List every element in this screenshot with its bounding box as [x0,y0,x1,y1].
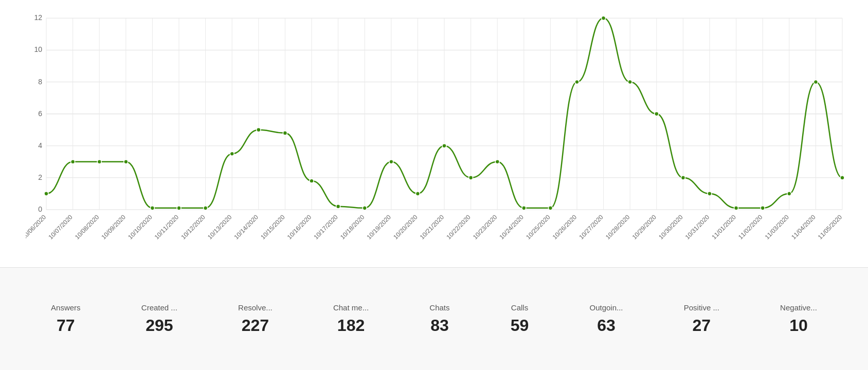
svg-point-82 [204,206,208,210]
svg-text:10/29/2020: 10/29/2020 [631,213,658,240]
svg-text:10/20/2020: 10/20/2020 [392,213,419,240]
legend-item-4: Chats83 [429,303,449,335]
svg-point-87 [336,205,340,209]
svg-point-101 [708,192,712,196]
svg-point-76 [44,192,48,196]
svg-text:0: 0 [38,205,42,213]
svg-point-96 [575,80,579,84]
svg-text:10: 10 [34,45,42,53]
svg-text:10/18/2020: 10/18/2020 [339,213,366,240]
svg-point-100 [681,176,685,180]
legend-item-7: Positive ...27 [684,303,719,335]
svg-text:10/28/2020: 10/28/2020 [604,213,631,240]
legend-item-8: Negative...10 [780,303,817,335]
svg-text:10/12/2020: 10/12/2020 [179,213,206,240]
svg-point-91 [442,144,446,148]
svg-point-105 [813,80,818,84]
svg-text:11/02/2020: 11/02/2020 [737,213,764,240]
legend-item-value: 59 [511,316,529,335]
svg-point-88 [363,206,367,210]
legend-item-label: Outgoin... [589,303,623,312]
legend-item-3: Chat me...182 [333,303,369,335]
svg-point-97 [602,16,606,20]
legend-item-label: Chats [429,303,449,312]
legend-item-label: Negative... [780,303,817,312]
svg-text:11/05/2020: 11/05/2020 [817,213,843,240]
legend-item-label: Created ... [141,303,177,312]
svg-point-89 [389,160,393,164]
svg-text:10/26/2020: 10/26/2020 [551,213,578,240]
legend-item-label: Chat me... [333,303,369,312]
legend-item-value: 27 [693,316,711,335]
legend-item-value: 295 [146,316,173,335]
svg-point-80 [150,206,154,210]
svg-text:10/10/2020: 10/10/2020 [126,213,153,240]
svg-point-99 [655,112,659,116]
svg-text:10/23/2020: 10/23/2020 [472,213,498,240]
svg-text:10/25/2020: 10/25/2020 [525,213,551,240]
svg-text:4: 4 [38,141,42,150]
svg-text:10/22/2020: 10/22/2020 [445,213,472,240]
svg-text:12: 12 [34,13,42,22]
svg-point-79 [124,160,128,164]
svg-text:10/16/2020: 10/16/2020 [286,213,313,240]
svg-point-94 [522,206,526,210]
svg-point-92 [469,176,473,180]
svg-point-77 [71,160,75,164]
svg-point-98 [628,80,632,84]
svg-point-81 [177,206,181,210]
legend-item-value: 182 [337,316,365,335]
svg-text:10/24/2020: 10/24/2020 [498,213,525,240]
svg-point-86 [310,179,314,183]
svg-text:10/15/2020: 10/15/2020 [259,213,286,240]
svg-text:11/03/2020: 11/03/2020 [764,213,790,240]
legend-item-0: Answers77 [51,303,81,335]
svg-point-83 [230,152,234,156]
svg-point-90 [415,192,420,196]
legend-item-label: Answers [51,303,81,312]
legend-item-label: Resolve... [238,303,273,312]
svg-text:10/30/2020: 10/30/2020 [657,213,684,240]
legend-item-1: Created ...295 [141,303,177,335]
svg-text:10/14/2020: 10/14/2020 [233,213,260,240]
chart-area: 02468101210/06/202010/07/202010/08/20201… [26,10,853,262]
svg-point-104 [787,192,791,196]
svg-text:10/08/2020: 10/08/2020 [74,213,100,240]
svg-text:10/09/2020: 10/09/2020 [100,213,127,240]
svg-text:8: 8 [38,77,42,85]
legend-item-value: 77 [57,316,75,335]
line-chart: 02468101210/06/202010/07/202010/08/20201… [26,10,853,262]
svg-text:11/04/2020: 11/04/2020 [790,213,817,240]
svg-point-84 [257,128,261,132]
svg-text:10/17/2020: 10/17/2020 [312,213,339,240]
legend-item-value: 83 [430,316,449,335]
svg-text:10/21/2020: 10/21/2020 [419,213,445,240]
svg-point-93 [495,160,499,164]
svg-text:10/11/2020: 10/11/2020 [153,213,180,240]
svg-point-103 [761,206,765,210]
svg-text:10/31/2020: 10/31/2020 [684,213,711,240]
svg-text:10/06/2020: 10/06/2020 [26,213,47,240]
legend-item-value: 10 [789,316,808,335]
svg-point-78 [97,160,101,164]
legend-item-label: Positive ... [684,303,719,312]
svg-text:10/13/2020: 10/13/2020 [206,213,233,240]
legend-item-5: Calls59 [511,303,529,335]
chart-container: 02468101210/06/202010/07/202010/08/20201… [0,0,868,267]
svg-text:10/19/2020: 10/19/2020 [366,213,392,240]
svg-text:2: 2 [38,173,42,181]
svg-point-95 [548,206,552,210]
svg-point-102 [734,206,738,210]
legend-item-value: 63 [597,316,616,335]
svg-text:10/27/2020: 10/27/2020 [577,213,604,240]
svg-text:10/07/2020: 10/07/2020 [47,213,74,240]
legend-item-2: Resolve...227 [238,303,273,335]
svg-point-106 [840,176,844,180]
legend-item-6: Outgoin...63 [589,303,623,335]
legend-container: Answers77Created ...295Resolve...227Chat… [0,267,868,370]
legend-item-value: 227 [242,316,269,335]
svg-text:6: 6 [38,109,42,118]
legend-item-label: Calls [511,303,528,312]
svg-point-85 [283,131,287,135]
svg-text:11/01/2020: 11/01/2020 [710,213,737,240]
